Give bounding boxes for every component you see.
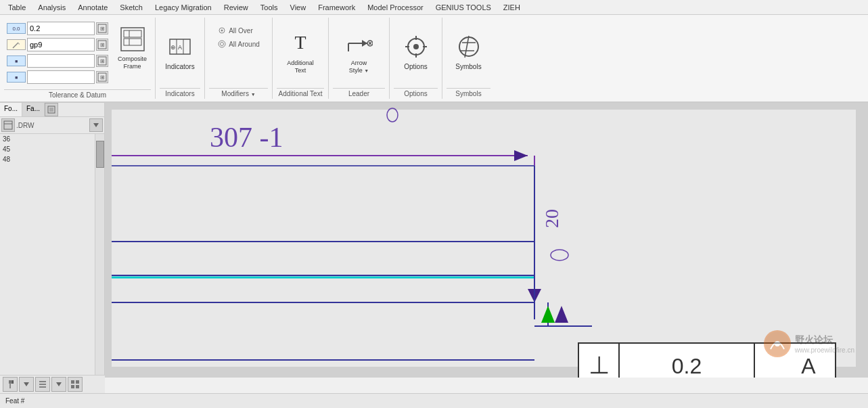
- menu-genius-tools[interactable]: GENIUS TOOLS: [430, 2, 497, 13]
- leader-section: Arrow Style ▼ Leader: [329, 18, 390, 99]
- arrow-style-button[interactable]: Arrow Style ▼: [337, 25, 381, 79]
- options-section: Options Options: [390, 18, 442, 99]
- all-over-button[interactable]: All Over: [214, 24, 256, 37]
- panel-item-48[interactable]: 48: [0, 154, 95, 164]
- svg-text:⊥: ⊥: [589, 351, 610, 378]
- left-panel: Fo... Fa... .DRW 36 45 48: [0, 103, 105, 378]
- menu-tools[interactable]: Tools: [255, 2, 283, 13]
- all-around-button[interactable]: All Around: [214, 38, 262, 50]
- indicators-section-label: Indicators: [160, 88, 200, 97]
- hammer-btn[interactable]: [3, 377, 18, 392]
- dim2-input[interactable]: [27, 54, 95, 68]
- status-bar: Feat #: [0, 393, 868, 408]
- scroll-thumb[interactable]: [96, 141, 104, 168]
- additional-text-content: T Additional Text: [277, 19, 324, 85]
- svg-rect-43: [4, 121, 12, 129]
- menu-legacy-migration[interactable]: Legacy Migration: [150, 2, 217, 13]
- dropdown-btn-2[interactable]: [51, 377, 66, 392]
- options-content: Options: [394, 19, 438, 85]
- additional-text-button[interactable]: T Additional Text: [277, 25, 324, 79]
- svg-text:T: T: [294, 32, 306, 53]
- svg-point-23: [221, 43, 224, 46]
- tolerance-btn-1[interactable]: ⊞: [96, 22, 108, 35]
- menu-view[interactable]: View: [285, 2, 312, 13]
- svg-rect-85: [76, 380, 79, 384]
- modifiers-content: All Over All Around: [214, 19, 262, 85]
- svg-text:⊞: ⊞: [100, 58, 105, 64]
- svg-point-75: [775, 341, 780, 346]
- watermark: 野火论坛 www.proewildfire.cn: [764, 330, 854, 357]
- menu-analysis[interactable]: Analysis: [32, 2, 71, 13]
- additional-text-icon: T: [287, 30, 314, 57]
- tolerance-btn-2[interactable]: ⊞: [96, 39, 108, 51]
- menu-review[interactable]: Review: [219, 2, 254, 13]
- bottom-left-toolbar: [0, 375, 105, 393]
- svg-text:0.2: 0.2: [672, 354, 702, 378]
- menu-annotate[interactable]: Annotate: [72, 2, 113, 13]
- tolerance-btn-3[interactable]: ⊞: [96, 55, 108, 67]
- options-button[interactable]: Options: [394, 25, 438, 79]
- menu-model-processor[interactable]: Model Processor: [362, 2, 429, 13]
- panel-item-45[interactable]: 45: [0, 144, 95, 154]
- tolerance-btn-4[interactable]: ⊞: [96, 71, 108, 83]
- menu-sketch[interactable]: Sketch: [114, 2, 148, 13]
- tab-fa[interactable]: Fa...: [22, 103, 45, 116]
- indicators-label: Indicators: [165, 63, 194, 71]
- leader-content: Arrow Style ▼: [337, 19, 381, 85]
- composite-frame-button[interactable]: Composite Frame: [114, 19, 151, 76]
- svg-point-22: [219, 41, 225, 47]
- tab-fo[interactable]: Fo...: [0, 103, 22, 116]
- panel-icon-1[interactable]: [1, 118, 15, 132]
- svg-marker-83: [56, 382, 62, 386]
- options-label: Options: [404, 63, 427, 71]
- panel-item-36[interactable]: 36: [0, 134, 95, 144]
- tolerance-datum-section: 0.0 ⊞ ⊞: [0, 18, 156, 99]
- left-panel-toolbar: .DRW: [0, 117, 104, 134]
- menu-zieh[interactable]: ZIEH: [498, 2, 526, 13]
- svg-rect-86: [71, 385, 74, 388]
- options-section-label: Options: [394, 88, 438, 97]
- additional-text-section-label: Additional Text: [277, 88, 324, 97]
- tolerance-datum-content: 0.0 ⊞ ⊞: [4, 19, 151, 87]
- svg-point-21: [221, 30, 223, 32]
- svg-rect-12: [124, 39, 141, 45]
- tolerance-input[interactable]: [27, 22, 95, 35]
- indicators-button[interactable]: ⊕ A Indicators: [160, 25, 200, 79]
- composite-frame-icon: [119, 26, 146, 53]
- svg-line-2: [13, 43, 18, 48]
- main-area: Fo... Fa... .DRW 36 45 48: [0, 103, 868, 378]
- watermark-text: 野火论坛 www.proewildfire.cn: [795, 334, 854, 354]
- dim3-input[interactable]: [27, 70, 95, 84]
- modifiers-section-label: Modifiers ▼: [209, 88, 268, 97]
- modifiers-dropdown-icon: ▼: [251, 92, 256, 97]
- symbols-label: Symbols: [455, 63, 481, 71]
- gp9-input[interactable]: [27, 38, 95, 51]
- pencil-icon: [7, 39, 26, 50]
- input-row-3: ■ ⊞: [7, 54, 108, 68]
- svg-rect-42: [49, 108, 53, 112]
- menu-table[interactable]: Table: [3, 2, 31, 13]
- svg-marker-26: [362, 40, 367, 47]
- symbols-button[interactable]: Symbols: [447, 25, 490, 79]
- grid-btn[interactable]: [68, 377, 83, 392]
- panel-expand-icon[interactable]: [89, 118, 103, 132]
- left-panel-content: 36 45 48: [0, 134, 104, 378]
- svg-rect-10: [121, 28, 144, 51]
- menu-framework[interactable]: Framework: [313, 2, 361, 13]
- indicators-icon: ⊕ A: [166, 33, 193, 60]
- watermark-site: www.proewildfire.cn: [795, 346, 854, 354]
- canvas-area[interactable]: 307 -1 20: [105, 103, 868, 378]
- scroll-bar-v[interactable]: [95, 134, 104, 378]
- arrow-style-icon: [346, 30, 373, 57]
- svg-text:20: 20: [541, 209, 562, 228]
- dropdown-btn-1[interactable]: [19, 377, 34, 392]
- svg-marker-45: [93, 123, 99, 127]
- svg-text:⊞: ⊞: [100, 74, 105, 81]
- list-btn[interactable]: [35, 377, 50, 392]
- watermark-brand: 野火论坛: [795, 334, 854, 346]
- tab-icon[interactable]: [45, 103, 58, 116]
- svg-text:307 -1: 307 -1: [210, 122, 283, 153]
- all-over-label: All Over: [229, 27, 253, 35]
- svg-point-37: [459, 37, 478, 56]
- watermark-logo: [764, 330, 791, 357]
